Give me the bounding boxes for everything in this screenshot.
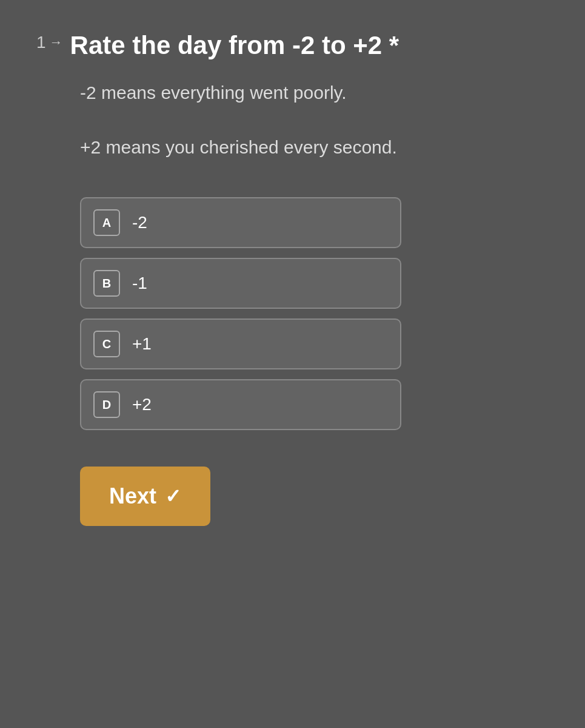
options-container: A-2B-1C+1D+2 <box>80 197 549 430</box>
arrow-icon: → <box>50 35 63 50</box>
option-key-b: B <box>93 270 120 297</box>
option-key-d: D <box>93 391 120 418</box>
option-key-a: A <box>93 209 120 236</box>
question-description: -2 means everything went poorly. +2 mean… <box>80 79 549 161</box>
question-number: 1 → <box>36 33 63 52</box>
option-item-c[interactable]: C+1 <box>80 318 401 369</box>
question-header: 1 → Rate the day from -2 to +2 * <box>36 30 549 61</box>
question-number-text: 1 <box>36 33 46 52</box>
option-label-d: +2 <box>132 395 152 414</box>
page-container: 1 → Rate the day from -2 to +2 * -2 mean… <box>0 0 585 728</box>
next-button[interactable]: Next ✓ <box>80 467 210 526</box>
option-label-c: +1 <box>132 334 152 354</box>
next-button-label: Next <box>109 484 156 509</box>
option-key-c: C <box>93 331 120 357</box>
option-label-a: -2 <box>132 213 147 232</box>
option-item-d[interactable]: D+2 <box>80 379 401 430</box>
description-line2: +2 means you cherished every second. <box>80 133 549 161</box>
option-item-a[interactable]: A-2 <box>80 197 401 248</box>
option-label-b: -1 <box>132 274 147 293</box>
checkmark-icon: ✓ <box>165 485 181 508</box>
description-line1: -2 means everything went poorly. <box>80 79 549 106</box>
question-title: Rate the day from -2 to +2 * <box>70 30 399 61</box>
option-item-b[interactable]: B-1 <box>80 258 401 309</box>
